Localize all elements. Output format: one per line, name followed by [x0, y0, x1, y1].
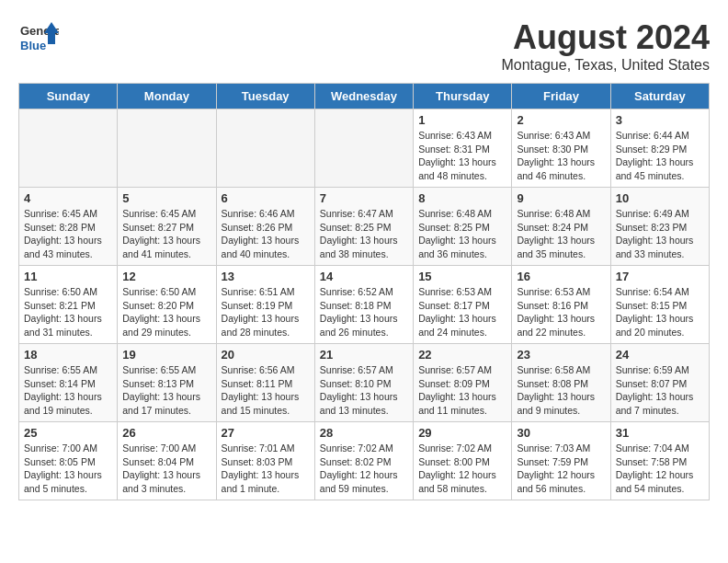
calendar-cell: 10Sunrise: 6:49 AM Sunset: 8:23 PM Dayli…: [610, 188, 709, 266]
weekday-header-wednesday: Wednesday: [314, 84, 413, 109]
calendar-cell: 24Sunrise: 6:59 AM Sunset: 8:07 PM Dayli…: [610, 344, 709, 422]
day-number: 8: [418, 191, 506, 205]
calendar-cell: 29Sunrise: 7:02 AM Sunset: 8:00 PM Dayli…: [414, 422, 512, 500]
day-info: Sunrise: 6:55 AM Sunset: 8:13 PM Dayligh…: [122, 363, 210, 418]
day-info: Sunrise: 6:54 AM Sunset: 8:15 PM Dayligh…: [616, 285, 704, 339]
day-info: Sunrise: 7:02 AM Sunset: 8:00 PM Dayligh…: [418, 442, 506, 496]
day-info: Sunrise: 6:49 AM Sunset: 8:23 PM Dayligh…: [616, 207, 704, 261]
calendar-cell: 21Sunrise: 6:57 AM Sunset: 8:10 PM Dayli…: [314, 344, 413, 422]
day-number: 25: [24, 426, 112, 440]
day-info: Sunrise: 6:59 AM Sunset: 8:07 PM Dayligh…: [616, 363, 704, 418]
calendar-week-row: 1Sunrise: 6:43 AM Sunset: 8:31 PM Daylig…: [19, 109, 710, 188]
calendar-cell: 30Sunrise: 7:03 AM Sunset: 7:59 PM Dayli…: [512, 422, 610, 500]
day-number: 15: [418, 270, 506, 283]
calendar-cell: 6Sunrise: 6:46 AM Sunset: 8:26 PM Daylig…: [216, 188, 314, 266]
day-info: Sunrise: 7:03 AM Sunset: 7:59 PM Dayligh…: [517, 442, 605, 496]
calendar-cell: 17Sunrise: 6:54 AM Sunset: 8:15 PM Dayli…: [610, 266, 709, 344]
day-info: Sunrise: 7:02 AM Sunset: 8:02 PM Dayligh…: [320, 442, 408, 496]
day-number: 24: [616, 348, 704, 362]
day-info: Sunrise: 6:48 AM Sunset: 8:25 PM Dayligh…: [418, 207, 506, 261]
day-number: 3: [616, 113, 704, 127]
day-info: Sunrise: 6:55 AM Sunset: 8:14 PM Dayligh…: [24, 363, 112, 418]
weekday-header-thursday: Thursday: [414, 84, 512, 109]
calendar-cell: 25Sunrise: 7:00 AM Sunset: 8:05 PM Dayli…: [19, 422, 118, 500]
weekday-header-friday: Friday: [512, 84, 610, 109]
day-number: 21: [320, 348, 408, 362]
calendar-cell: 20Sunrise: 6:56 AM Sunset: 8:11 PM Dayli…: [216, 344, 314, 422]
day-info: Sunrise: 7:04 AM Sunset: 7:58 PM Dayligh…: [616, 442, 704, 496]
day-info: Sunrise: 6:51 AM Sunset: 8:19 PM Dayligh…: [222, 285, 310, 339]
day-info: Sunrise: 7:00 AM Sunset: 8:05 PM Dayligh…: [24, 442, 112, 496]
day-number: 19: [122, 348, 210, 362]
calendar-week-row: 11Sunrise: 6:50 AM Sunset: 8:21 PM Dayli…: [19, 266, 710, 344]
day-number: 18: [24, 348, 112, 362]
calendar-table: SundayMondayTuesdayWednesdayThursdayFrid…: [18, 83, 710, 500]
calendar-cell: [216, 109, 314, 188]
day-number: 30: [517, 426, 605, 440]
day-info: Sunrise: 6:57 AM Sunset: 8:09 PM Dayligh…: [418, 363, 506, 418]
weekday-header-sunday: Sunday: [19, 84, 118, 109]
title-block: August 2024 Montague, Texas, United Stat…: [501, 18, 710, 74]
logo: General Blue: [18, 18, 59, 59]
day-info: Sunrise: 6:48 AM Sunset: 8:24 PM Dayligh…: [517, 207, 605, 261]
calendar-cell: 3Sunrise: 6:44 AM Sunset: 8:29 PM Daylig…: [610, 109, 709, 188]
location-subtitle: Montague, Texas, United States: [501, 57, 710, 74]
day-info: Sunrise: 7:00 AM Sunset: 8:04 PM Dayligh…: [122, 442, 210, 496]
day-number: 16: [517, 270, 605, 283]
calendar-cell: [314, 109, 413, 188]
calendar-cell: 15Sunrise: 6:53 AM Sunset: 8:17 PM Dayli…: [414, 266, 512, 344]
calendar-cell: 28Sunrise: 7:02 AM Sunset: 8:02 PM Dayli…: [314, 422, 413, 500]
svg-text:Blue: Blue: [20, 39, 46, 52]
day-number: 17: [616, 270, 704, 283]
day-number: 12: [122, 270, 210, 283]
day-number: 27: [222, 426, 310, 440]
calendar-cell: 13Sunrise: 6:51 AM Sunset: 8:19 PM Dayli…: [216, 266, 314, 344]
calendar-cell: 7Sunrise: 6:47 AM Sunset: 8:25 PM Daylig…: [314, 188, 413, 266]
day-number: 11: [24, 270, 112, 283]
calendar-week-row: 4Sunrise: 6:45 AM Sunset: 8:28 PM Daylig…: [19, 188, 710, 266]
day-number: 5: [122, 191, 210, 205]
day-info: Sunrise: 6:43 AM Sunset: 8:31 PM Dayligh…: [418, 129, 506, 183]
day-info: Sunrise: 6:44 AM Sunset: 8:29 PM Dayligh…: [616, 129, 704, 183]
calendar-cell: 2Sunrise: 6:43 AM Sunset: 8:30 PM Daylig…: [512, 109, 610, 188]
day-number: 23: [517, 348, 605, 362]
calendar-cell: 12Sunrise: 6:50 AM Sunset: 8:20 PM Dayli…: [118, 266, 216, 344]
calendar-cell: 31Sunrise: 7:04 AM Sunset: 7:58 PM Dayli…: [610, 422, 709, 500]
day-info: Sunrise: 6:45 AM Sunset: 8:28 PM Dayligh…: [24, 207, 112, 261]
day-number: 4: [24, 191, 112, 205]
day-info: Sunrise: 6:50 AM Sunset: 8:21 PM Dayligh…: [24, 285, 112, 339]
day-info: Sunrise: 6:50 AM Sunset: 8:20 PM Dayligh…: [122, 285, 210, 339]
calendar-cell: 27Sunrise: 7:01 AM Sunset: 8:03 PM Dayli…: [216, 422, 314, 500]
calendar-cell: 14Sunrise: 6:52 AM Sunset: 8:18 PM Dayli…: [314, 266, 413, 344]
day-number: 22: [418, 348, 506, 362]
day-info: Sunrise: 6:45 AM Sunset: 8:27 PM Dayligh…: [122, 207, 210, 261]
weekday-header-saturday: Saturday: [610, 84, 709, 109]
calendar-cell: 5Sunrise: 6:45 AM Sunset: 8:27 PM Daylig…: [118, 188, 216, 266]
calendar-week-row: 18Sunrise: 6:55 AM Sunset: 8:14 PM Dayli…: [19, 344, 710, 422]
calendar-cell: 22Sunrise: 6:57 AM Sunset: 8:09 PM Dayli…: [414, 344, 512, 422]
day-number: 6: [222, 191, 310, 205]
month-year-title: August 2024: [501, 18, 710, 57]
day-number: 1: [418, 113, 506, 127]
weekday-header-monday: Monday: [118, 84, 216, 109]
weekday-header-tuesday: Tuesday: [216, 84, 314, 109]
day-number: 13: [222, 270, 310, 283]
calendar-cell: 8Sunrise: 6:48 AM Sunset: 8:25 PM Daylig…: [414, 188, 512, 266]
calendar-cell: [19, 109, 118, 188]
day-info: Sunrise: 6:52 AM Sunset: 8:18 PM Dayligh…: [320, 285, 408, 339]
calendar-cell: 1Sunrise: 6:43 AM Sunset: 8:31 PM Daylig…: [414, 109, 512, 188]
day-number: 9: [517, 191, 605, 205]
calendar-cell: 16Sunrise: 6:53 AM Sunset: 8:16 PM Dayli…: [512, 266, 610, 344]
day-info: Sunrise: 6:47 AM Sunset: 8:25 PM Dayligh…: [320, 207, 408, 261]
day-number: 29: [418, 426, 506, 440]
calendar-cell: 11Sunrise: 6:50 AM Sunset: 8:21 PM Dayli…: [19, 266, 118, 344]
day-number: 14: [320, 270, 408, 283]
day-info: Sunrise: 6:57 AM Sunset: 8:10 PM Dayligh…: [320, 363, 408, 418]
calendar-cell: 26Sunrise: 7:00 AM Sunset: 8:04 PM Dayli…: [118, 422, 216, 500]
calendar-cell: [118, 109, 216, 188]
day-info: Sunrise: 6:58 AM Sunset: 8:08 PM Dayligh…: [517, 363, 605, 418]
calendar-cell: 4Sunrise: 6:45 AM Sunset: 8:28 PM Daylig…: [19, 188, 118, 266]
day-info: Sunrise: 6:43 AM Sunset: 8:30 PM Dayligh…: [517, 129, 605, 183]
day-info: Sunrise: 6:53 AM Sunset: 8:17 PM Dayligh…: [418, 285, 506, 339]
day-number: 2: [517, 113, 605, 127]
